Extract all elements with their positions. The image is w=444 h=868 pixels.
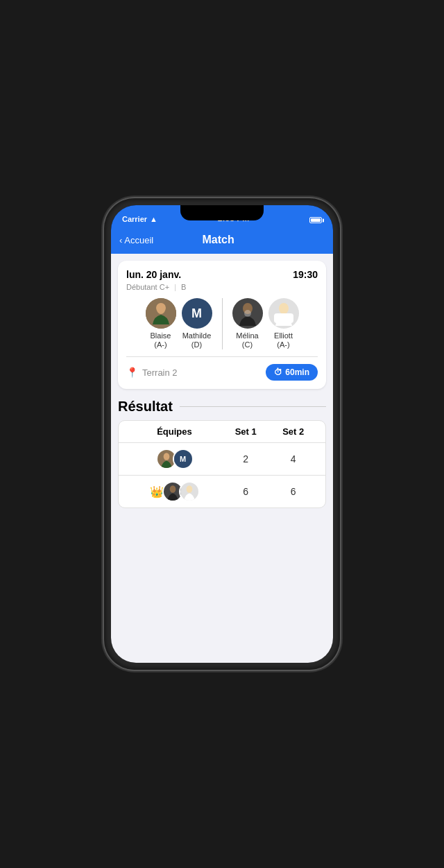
- team1-avatars: M: [127, 449, 222, 469]
- section-divider: [180, 406, 326, 407]
- player-elliott-name: Elliott(A-): [274, 331, 293, 349]
- battery-icon: [309, 217, 322, 223]
- col-equipes-header: Équipes: [127, 426, 222, 437]
- status-bar-right: [309, 217, 322, 223]
- carrier-label: Carrier: [122, 215, 147, 223]
- svg-point-14: [186, 486, 192, 493]
- player-melina: Mélina(C): [232, 298, 263, 349]
- col-set2-header: Set 2: [270, 426, 318, 437]
- team1-set1-score: 2: [222, 453, 270, 465]
- notch: [180, 205, 264, 220]
- nav-title: Match: [153, 234, 283, 246]
- location-row: 📍 Terrain 2 ⏱ 60min: [126, 364, 318, 381]
- location-left: 📍 Terrain 2: [126, 367, 178, 378]
- results-section-header: Résultat: [111, 389, 333, 420]
- clock-icon: ⏱: [274, 367, 282, 377]
- match-date: lun. 20 janv.: [126, 269, 181, 280]
- player-mathilde: M Mathilde(D): [182, 298, 212, 349]
- svg-rect-8: [274, 313, 293, 323]
- svg-point-10: [163, 453, 169, 460]
- team1-set2-score: 4: [270, 453, 318, 465]
- col-set1-header: Set 1: [222, 426, 270, 437]
- phone-frame: Carrier ▲ 2:58 PM ‹ Accueil Match: [104, 198, 340, 670]
- svg-point-5: [244, 310, 251, 317]
- location-text: Terrain 2: [142, 367, 178, 378]
- svg-point-12: [169, 486, 176, 493]
- phone-screen: Carrier ▲ 2:58 PM ‹ Accueil Match: [111, 205, 333, 663]
- svg-point-2: [157, 304, 165, 314]
- back-label: Accueil: [124, 235, 153, 245]
- team-2: Mélina(C) Elliott(A-: [232, 298, 299, 349]
- table-header: Équipes Set 1 Set 2: [119, 421, 325, 443]
- status-bar-left: Carrier ▲: [122, 215, 157, 223]
- match-card: lun. 20 janv. 19:30 Débutant C+ | B: [118, 261, 326, 389]
- table-row-team2: 👑: [119, 476, 325, 507]
- avatar-blaise: [146, 298, 176, 329]
- small-avatar-elliott: [179, 481, 200, 502]
- team-divider: [222, 298, 223, 349]
- match-level: Débutant C+ | B: [126, 283, 318, 291]
- player-blaise-name: Blaise(A-): [151, 331, 171, 349]
- table-row-team1: M 2 4: [119, 443, 325, 476]
- screen-content: lun. 20 janv. 19:30 Débutant C+ | B: [111, 254, 333, 663]
- match-time: 19:30: [293, 269, 318, 280]
- match-header: lun. 20 janv. 19:30: [126, 269, 318, 280]
- player-melina-name: Mélina(C): [236, 331, 258, 349]
- svg-point-7: [279, 303, 289, 314]
- team2-set2-score: 6: [270, 486, 318, 497]
- small-avatar-mathilde: M: [173, 449, 194, 469]
- teams-row: Blaise(A-) M Mathilde(D): [126, 298, 318, 357]
- player-elliott: Elliott(A-): [268, 298, 299, 349]
- player-blaise: Blaise(A-): [146, 298, 176, 349]
- crown-icon: 👑: [150, 485, 164, 498]
- duration-badge: ⏱ 60min: [266, 364, 318, 381]
- team2-set1-score: 6: [222, 486, 270, 497]
- avatar-melina: [232, 298, 263, 329]
- team-1: Blaise(A-) M Mathilde(D): [146, 298, 212, 349]
- team2-avatars: 👑: [127, 481, 222, 502]
- duration-text: 60min: [285, 367, 309, 377]
- location-pin-icon: 📍: [126, 367, 138, 378]
- avatar-elliott: [268, 298, 299, 329]
- back-button[interactable]: ‹ Accueil: [119, 235, 153, 245]
- back-chevron-icon: ‹: [119, 235, 122, 245]
- avatar-mathilde: M: [182, 298, 212, 329]
- player-mathilde-name: Mathilde(D): [182, 331, 212, 349]
- results-table: Équipes Set 1 Set 2: [118, 420, 326, 508]
- wifi-icon: ▲: [150, 215, 157, 223]
- results-title: Résultat: [118, 399, 173, 415]
- nav-bar: ‹ Accueil Match: [111, 226, 333, 254]
